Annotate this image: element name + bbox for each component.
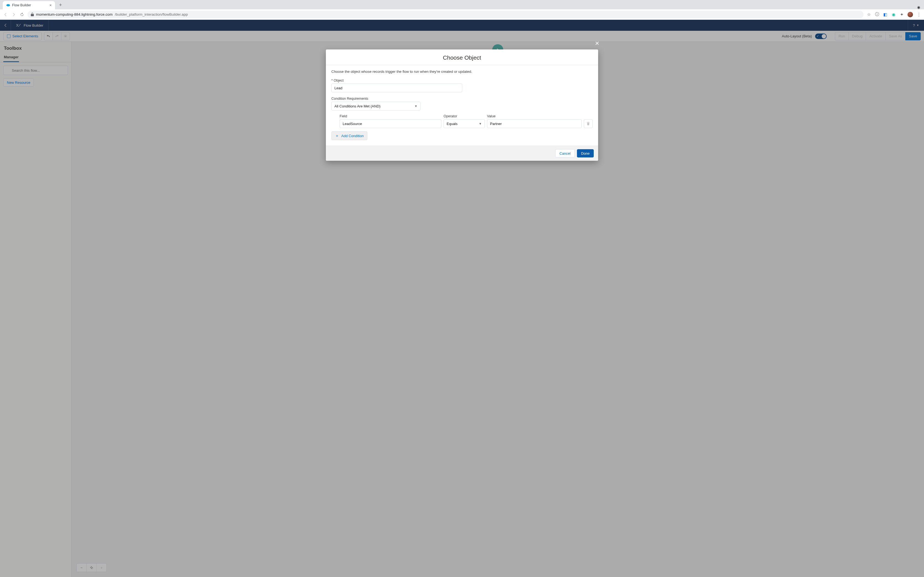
condition-requirements-label: Condition Requirements	[331, 97, 420, 101]
cancel-button[interactable]: Cancel	[555, 149, 575, 158]
condition-field-input[interactable]: LeadSource	[339, 119, 441, 128]
condition-operator-label: Operator	[444, 114, 485, 118]
modal-description: Choose the object whose records trigger …	[331, 69, 593, 74]
modal-close-button[interactable]: ×	[595, 40, 599, 47]
condition-operator-select[interactable]: Equals ▼	[444, 119, 485, 128]
condition-value-input[interactable]: Partner	[487, 119, 582, 128]
condition-field-label: Field	[339, 114, 441, 118]
object-label: Object	[331, 79, 462, 82]
condition-value-label: Value	[487, 114, 582, 118]
chevron-down-icon: ▼	[479, 122, 482, 125]
modal-title: Choose Object	[326, 50, 598, 65]
add-condition-button[interactable]: ＋ Add Condition	[331, 131, 367, 140]
plus-icon: ＋	[335, 133, 339, 139]
condition-row: Field LeadSource Operator Equals ▼ Value…	[331, 114, 593, 128]
condition-requirements-select[interactable]: All Conditions Are Met (AND) ▼	[331, 102, 420, 110]
chevron-down-icon: ▼	[414, 105, 417, 108]
done-button[interactable]: Done	[577, 149, 594, 158]
delete-condition-button[interactable]	[584, 119, 593, 128]
choose-object-modal: × Choose Object Choose the object whose …	[326, 50, 598, 161]
object-input[interactable]: Lead	[331, 84, 462, 92]
